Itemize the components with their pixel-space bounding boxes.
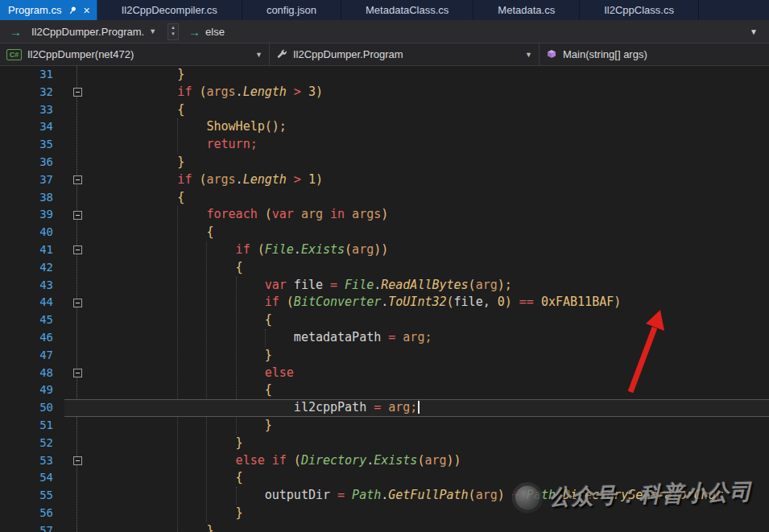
- code-row[interactable]: if (args.Length > 1): [64, 171, 769, 189]
- code-line-51: 51}: [0, 417, 769, 435]
- code-row[interactable]: return;: [64, 136, 769, 154]
- code-row[interactable]: metadataPath = arg;: [64, 329, 769, 347]
- code-row[interactable]: else: [64, 365, 769, 382]
- line-number[interactable]: 45: [0, 311, 64, 329]
- member-dropdown[interactable]: Main(string[] args): [540, 43, 769, 65]
- code-row[interactable]: else if (Directory.Exists(arg)): [64, 452, 769, 470]
- context-label[interactable]: else: [205, 26, 225, 38]
- code-row[interactable]: {: [64, 189, 769, 207]
- code-row[interactable]: }: [64, 505, 769, 522]
- code-token: .: [366, 453, 374, 468]
- fold-toggle[interactable]: [73, 299, 82, 307]
- line-number[interactable]: 52: [0, 435, 64, 452]
- code-row[interactable]: if (args.Length > 3): [64, 84, 769, 101]
- code-line-43: 43var file = File.ReadAllBytes(arg);: [0, 277, 769, 295]
- step-up-icon[interactable]: ▲: [171, 25, 176, 31]
- code-row[interactable]: var file = File.ReadAllBytes(arg);: [64, 277, 769, 295]
- fold-toggle[interactable]: [73, 175, 82, 184]
- code-token: (: [258, 242, 265, 257]
- fold-toggle[interactable]: [73, 211, 82, 220]
- line-number[interactable]: 38: [0, 189, 64, 207]
- scope-stepper[interactable]: ▲▼: [167, 23, 179, 40]
- line-number[interactable]: 48: [0, 365, 64, 382]
- line-number[interactable]: 50: [0, 399, 64, 417]
- member-label: Main(string[] args): [563, 48, 647, 60]
- fold-gutter: [64, 452, 90, 470]
- code-token: arg: [301, 207, 323, 221]
- fold-toggle[interactable]: [73, 88, 82, 97]
- tab-Metadata.cs[interactable]: Metadata.cs: [473, 0, 580, 20]
- line-number[interactable]: 32: [0, 84, 64, 101]
- fold-toggle[interactable]: [73, 369, 82, 377]
- tab-Il2CppClass.cs[interactable]: Il2CppClass.cs: [580, 0, 699, 20]
- code-row[interactable]: }: [64, 66, 769, 84]
- line-number[interactable]: 57: [0, 522, 64, 532]
- line-number[interactable]: 36: [0, 154, 64, 171]
- code-row[interactable]: {: [64, 101, 769, 119]
- code-row[interactable]: }: [64, 154, 769, 171]
- line-number[interactable]: 41: [0, 241, 64, 259]
- code-token: ): [316, 172, 323, 187]
- scope-dropdown[interactable]: Il2CppDumper.Program. ▼: [27, 24, 161, 39]
- line-number[interactable]: 37: [0, 171, 64, 189]
- close-icon[interactable]: ×: [83, 5, 89, 16]
- code-row[interactable]: {: [64, 311, 769, 329]
- code-row[interactable]: }: [64, 417, 769, 435]
- line-number[interactable]: 42: [0, 259, 64, 277]
- code-line-40: 40{: [0, 224, 769, 241]
- code-token: (: [469, 488, 476, 502]
- fold-gutter: [64, 206, 90, 224]
- line-number[interactable]: 40: [0, 224, 64, 241]
- type-dropdown[interactable]: Il2CppDumper.Program ▼: [270, 43, 540, 65]
- line-number[interactable]: 46: [0, 329, 64, 347]
- line-number[interactable]: 31: [0, 66, 64, 84]
- line-number[interactable]: 39: [0, 206, 64, 224]
- tab-MetadataClass.cs[interactable]: MetadataClass.cs: [341, 0, 473, 20]
- step-down-icon[interactable]: ▼: [171, 31, 176, 38]
- line-number[interactable]: 43: [0, 277, 64, 295]
- line-number[interactable]: 47: [0, 347, 64, 365]
- tab-Program.cs[interactable]: Program.cs×: [0, 0, 97, 20]
- code-token: .: [556, 488, 563, 502]
- code-token: GetFullPath: [388, 488, 468, 502]
- tab-Il2CppDecompiler.cs[interactable]: Il2CppDecompiler.cs: [97, 0, 242, 20]
- code-row[interactable]: foreach (var arg in args): [64, 206, 769, 224]
- chevron-down-icon[interactable]: ▼: [745, 27, 763, 36]
- current-line-row[interactable]: il2cppPath = arg;: [64, 399, 769, 417]
- line-number[interactable]: 44: [0, 294, 64, 311]
- line-number[interactable]: 34: [0, 118, 64, 136]
- line-number[interactable]: 49: [0, 381, 64, 399]
- pin-icon[interactable]: [66, 3, 80, 17]
- line-number[interactable]: 51: [0, 417, 64, 435]
- code-line-35: 35return;: [0, 136, 769, 154]
- chevron-down-icon: ▼: [255, 51, 263, 59]
- code-row[interactable]: }: [64, 522, 769, 532]
- code-token: [395, 330, 403, 344]
- project-dropdown[interactable]: C# Il2CppDumper(net472) ▼: [0, 43, 270, 65]
- tab-config.json[interactable]: config.json: [242, 0, 341, 20]
- code-token: [323, 278, 330, 292]
- code-row[interactable]: if (BitConverter.ToUInt32(file, 0) == 0x…: [64, 294, 769, 311]
- fold-gutter: [64, 241, 90, 259]
- code-row[interactable]: outputDir = Path.GetFullPath(arg) + Path…: [64, 487, 769, 505]
- line-number[interactable]: 53: [0, 452, 64, 470]
- code-line-46: 46metadataPath = arg;: [0, 329, 769, 347]
- code-row[interactable]: if (File.Exists(arg)): [64, 241, 769, 259]
- line-number[interactable]: 35: [0, 136, 64, 154]
- line-number[interactable]: 54: [0, 469, 64, 487]
- code-row[interactable]: {: [64, 469, 769, 487]
- fold-toggle[interactable]: [73, 245, 82, 254]
- code-row[interactable]: }: [64, 347, 769, 365]
- line-number[interactable]: 33: [0, 101, 64, 119]
- code-row[interactable]: {: [64, 381, 769, 399]
- fold-toggle[interactable]: [73, 456, 82, 465]
- code-row[interactable]: ShowHelp();: [64, 118, 769, 136]
- fold-gutter: [64, 469, 90, 487]
- code-editor[interactable]: 31}32if (args.Length > 3)33{34ShowHelp()…: [0, 66, 769, 532]
- code-row[interactable]: }: [64, 435, 769, 452]
- code-row[interactable]: {: [64, 259, 769, 277]
- code-token: {: [265, 312, 272, 327]
- code-row[interactable]: {: [64, 224, 769, 241]
- line-number[interactable]: 55: [0, 487, 64, 505]
- line-number[interactable]: 56: [0, 505, 64, 522]
